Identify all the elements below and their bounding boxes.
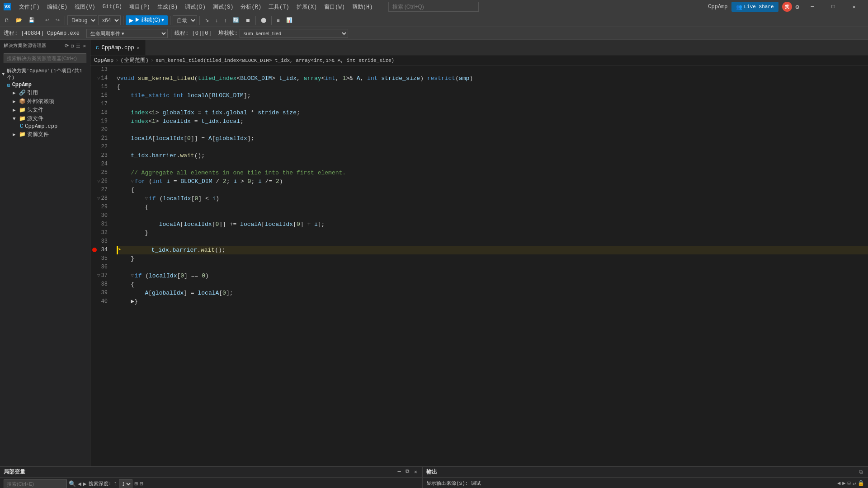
config-dropdown[interactable]: Debug xyxy=(67,15,97,25)
output-toolbar: 显示输出来源(S): 调试 ◀ ▶ ⊟ ↵ 🔒 xyxy=(423,478,868,488)
prev-result-icon[interactable]: ◀ xyxy=(78,480,81,488)
tree-sources[interactable]: ▼ 📁 源文件 xyxy=(0,114,90,123)
window-controls[interactable]: ─ □ ✕ xyxy=(802,0,864,14)
locals-panel-header-icons[interactable]: ─ ⧉ ✕ xyxy=(396,469,419,475)
output-panel-header-icons[interactable]: ─ ⧉ xyxy=(850,469,864,475)
output-minimize-icon[interactable]: ─ xyxy=(850,469,856,475)
breadcrumb-func[interactable]: sum_kernel_tiled(tiled_index<BLOCK_DIM> … xyxy=(156,58,394,63)
performance-button[interactable]: 📊 xyxy=(283,14,295,26)
code-line-29: { xyxy=(117,203,868,211)
menu-tools[interactable]: 工具(T) xyxy=(265,0,293,14)
account-icon[interactable]: 笑 xyxy=(782,2,792,12)
redo-button[interactable]: ↪ xyxy=(53,14,62,26)
menu-file[interactable]: 文件(F) xyxy=(15,0,43,14)
tab-cpcamp-cpp[interactable]: C CppAmp.cpp ✕ xyxy=(90,40,146,55)
locals-search-input[interactable] xyxy=(4,479,67,488)
locals-float-icon[interactable]: ⧉ xyxy=(404,469,411,475)
menu-window[interactable]: 窗口(W) xyxy=(321,0,349,14)
output-prev-icon[interactable]: ◀ xyxy=(837,480,840,487)
lifecycle-dropdown[interactable]: 生命周期事件 ▾ xyxy=(86,29,168,38)
step-into-button[interactable]: ↓ xyxy=(212,14,221,26)
tree-headers[interactable]: ▶ 📁 头文件 xyxy=(0,106,90,114)
extdeps-label: 外部依赖项 xyxy=(27,98,54,105)
output-clear-icon[interactable]: ⊟ xyxy=(848,480,851,487)
output-wrap-icon[interactable]: ↵ xyxy=(853,480,856,487)
new-file-button[interactable]: 🗋 xyxy=(2,14,12,26)
output-next-icon[interactable]: ▶ xyxy=(842,480,845,487)
fold-37[interactable]: ▽ xyxy=(97,272,100,280)
settings-icon[interactable]: ⚙ xyxy=(796,3,799,11)
maximize-button[interactable]: □ xyxy=(823,0,844,14)
sync-icon[interactable]: ⟳ xyxy=(65,43,69,49)
parallel-watch-button[interactable]: ≡ xyxy=(274,14,282,26)
tree-solution[interactable]: ▼ 解决方案'CppAmp'(1个项目/共1个) xyxy=(0,67,90,81)
close-sidebar-icon[interactable]: ✕ xyxy=(83,43,86,49)
step-over-button[interactable]: ↘ xyxy=(202,14,212,26)
next-result-icon[interactable]: ▶ xyxy=(83,480,87,488)
menu-view[interactable]: 视图(V) xyxy=(71,0,99,14)
menu-extensions[interactable]: 扩展(X) xyxy=(293,0,321,14)
breakpoint-34[interactable] xyxy=(92,248,97,252)
breakpoint-button[interactable]: ⬤ xyxy=(258,14,269,26)
menu-help[interactable]: 帮助(H) xyxy=(349,0,377,14)
tree-cpcamp-cpp[interactable]: C CppAmp.cpp xyxy=(0,123,90,130)
locals-minimize-icon[interactable]: ─ xyxy=(396,469,402,475)
restart-button[interactable]: 🔄 xyxy=(230,14,242,26)
depth-label-text: 搜索深度: 1 xyxy=(89,480,118,487)
fold-28[interactable]: ▽ xyxy=(97,194,100,203)
menu-debug[interactable]: 调试(D) xyxy=(181,0,209,14)
code-content[interactable]: ▽void sum_kernel_tiled(tiled_index<BLOCK… xyxy=(113,66,868,466)
continue-button[interactable]: ▶ ▶ 继续(C) ▾ xyxy=(126,15,168,25)
attach-dropdown[interactable]: 自动 xyxy=(173,15,197,25)
code-line-22 xyxy=(117,143,868,151)
stop-button[interactable]: ⏹ xyxy=(243,14,253,26)
menu-git[interactable]: Git(G) xyxy=(99,0,126,14)
menu-bar[interactable]: 文件(F) 编辑(E) 视图(V) Git(G) 项目(P) 生成(B) 调试(… xyxy=(15,0,377,14)
headers-expand-icon: ▶ xyxy=(13,107,16,113)
output-lock-icon[interactable]: 🔒 xyxy=(858,480,864,487)
open-file-button[interactable]: 📂 xyxy=(13,14,25,26)
arch-dropdown[interactable]: x64 xyxy=(98,15,121,25)
close-button[interactable]: ✕ xyxy=(844,0,864,14)
fold-14[interactable]: ▽ xyxy=(97,74,100,83)
menu-test[interactable]: 测试(S) xyxy=(209,0,237,14)
save-button[interactable]: 💾 xyxy=(26,14,38,26)
locals-close-icon[interactable]: ✕ xyxy=(413,469,419,475)
breadcrumb-scope[interactable]: (全局范围) xyxy=(120,56,148,64)
menu-analyze[interactable]: 分析(R) xyxy=(237,0,265,14)
code-line-24 xyxy=(117,160,868,169)
sidebar-header-icons[interactable]: ⟳ ⊟ ☰ ✕ xyxy=(65,43,86,49)
breadcrumb-class[interactable]: CppAmp xyxy=(94,57,113,64)
sidebar-search-input[interactable] xyxy=(4,53,86,63)
depth-dropdown[interactable]: 123 xyxy=(119,479,132,488)
code-line-15: { xyxy=(117,83,868,91)
filter-icon[interactable]: ⊞ xyxy=(134,480,138,488)
tab-close-icon[interactable]: ✕ xyxy=(137,45,140,51)
breadcrumb: CppAmp › (全局范围) › sum_kernel_tiled(tiled… xyxy=(90,56,868,66)
fold-26[interactable]: ▽ xyxy=(97,177,100,186)
menu-build[interactable]: 生成(B) xyxy=(154,0,182,14)
tree-project[interactable]: ⊞ CppAmp xyxy=(0,81,90,89)
code-line-18: index<1> globalIdx = t_idx.global * stri… xyxy=(117,108,868,117)
code-line-39: A[globalIdx] = localA[0]; xyxy=(117,289,868,297)
output-toolbar-icons[interactable]: ◀ ▶ ⊟ ↵ 🔒 xyxy=(837,480,864,487)
menu-edit[interactable]: 编辑(E) xyxy=(43,0,71,14)
undo-button[interactable]: ↩ xyxy=(42,14,52,26)
stack-dropdown[interactable]: sum_kernel_tiled xyxy=(240,29,348,38)
code-line-17 xyxy=(117,100,868,108)
liveshare-button[interactable]: 👥 Live Share xyxy=(731,2,778,12)
step-out-button[interactable]: ↑ xyxy=(222,14,230,26)
code-line-25: // Aggregate all elements in one tile in… xyxy=(117,169,868,177)
global-search-input[interactable] xyxy=(388,2,479,12)
collapse-all-icon[interactable]: ⊟ xyxy=(71,43,75,49)
output-float-icon[interactable]: ⧉ xyxy=(858,469,864,475)
title-bar: VS 文件(F) 编辑(E) 视图(V) Git(G) 项目(P) 生成(B) … xyxy=(0,0,868,14)
menu-project[interactable]: 项目(P) xyxy=(126,0,154,14)
tree-references[interactable]: ▶ 🔗 引用 xyxy=(0,89,90,97)
tree-resources[interactable]: ▶ 📁 资源文件 xyxy=(0,130,90,139)
tab-file-icon: C xyxy=(96,45,99,51)
properties-icon[interactable]: ☰ xyxy=(76,43,81,49)
tree-external-deps[interactable]: ▶ 📦 外部依赖项 xyxy=(0,97,90,106)
expand-all-icon[interactable]: ⊟ xyxy=(140,480,143,488)
minimize-button[interactable]: ─ xyxy=(802,0,823,14)
